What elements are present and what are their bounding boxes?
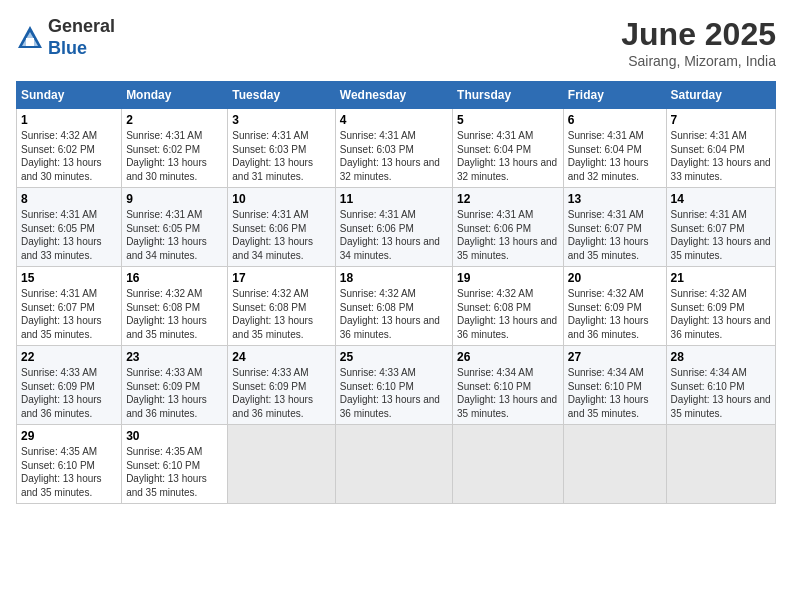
day-info: Sunrise: 4:34 AM Sunset: 6:10 PM Dayligh… bbox=[457, 366, 559, 420]
calendar-cell: 20 Sunrise: 4:32 AM Sunset: 6:09 PM Dayl… bbox=[563, 267, 666, 346]
day-info: Sunrise: 4:31 AM Sunset: 6:07 PM Dayligh… bbox=[671, 208, 771, 262]
day-number: 10 bbox=[232, 192, 330, 206]
subtitle: Sairang, Mizoram, India bbox=[621, 53, 776, 69]
calendar-cell bbox=[563, 425, 666, 504]
day-info: Sunrise: 4:34 AM Sunset: 6:10 PM Dayligh… bbox=[671, 366, 771, 420]
calendar-cell: 1 Sunrise: 4:32 AM Sunset: 6:02 PM Dayli… bbox=[17, 109, 122, 188]
calendar-cell bbox=[666, 425, 775, 504]
day-info: Sunrise: 4:32 AM Sunset: 6:08 PM Dayligh… bbox=[340, 287, 448, 341]
calendar-cell: 16 Sunrise: 4:32 AM Sunset: 6:08 PM Dayl… bbox=[122, 267, 228, 346]
day-info: Sunrise: 4:33 AM Sunset: 6:09 PM Dayligh… bbox=[232, 366, 330, 420]
day-number: 17 bbox=[232, 271, 330, 285]
calendar-cell: 2 Sunrise: 4:31 AM Sunset: 6:02 PM Dayli… bbox=[122, 109, 228, 188]
calendar-cell: 14 Sunrise: 4:31 AM Sunset: 6:07 PM Dayl… bbox=[666, 188, 775, 267]
day-number: 29 bbox=[21, 429, 117, 443]
day-number: 13 bbox=[568, 192, 662, 206]
day-number: 22 bbox=[21, 350, 117, 364]
day-info: Sunrise: 4:32 AM Sunset: 6:09 PM Dayligh… bbox=[671, 287, 771, 341]
day-number: 18 bbox=[340, 271, 448, 285]
calendar-cell: 12 Sunrise: 4:31 AM Sunset: 6:06 PM Dayl… bbox=[453, 188, 564, 267]
day-number: 2 bbox=[126, 113, 223, 127]
header-sunday: Sunday bbox=[17, 82, 122, 109]
calendar-cell bbox=[335, 425, 452, 504]
calendar-cell: 24 Sunrise: 4:33 AM Sunset: 6:09 PM Dayl… bbox=[228, 346, 335, 425]
day-number: 9 bbox=[126, 192, 223, 206]
title-block: June 2025 Sairang, Mizoram, India bbox=[621, 16, 776, 69]
calendar-cell: 18 Sunrise: 4:32 AM Sunset: 6:08 PM Dayl… bbox=[335, 267, 452, 346]
day-info: Sunrise: 4:31 AM Sunset: 6:03 PM Dayligh… bbox=[340, 129, 448, 183]
day-number: 6 bbox=[568, 113, 662, 127]
calendar-cell: 28 Sunrise: 4:34 AM Sunset: 6:10 PM Dayl… bbox=[666, 346, 775, 425]
calendar-cell: 21 Sunrise: 4:32 AM Sunset: 6:09 PM Dayl… bbox=[666, 267, 775, 346]
calendar-row: 8 Sunrise: 4:31 AM Sunset: 6:05 PM Dayli… bbox=[17, 188, 776, 267]
calendar-cell: 30 Sunrise: 4:35 AM Sunset: 6:10 PM Dayl… bbox=[122, 425, 228, 504]
day-info: Sunrise: 4:31 AM Sunset: 6:06 PM Dayligh… bbox=[340, 208, 448, 262]
day-info: Sunrise: 4:31 AM Sunset: 6:03 PM Dayligh… bbox=[232, 129, 330, 183]
day-info: Sunrise: 4:31 AM Sunset: 6:04 PM Dayligh… bbox=[568, 129, 662, 183]
calendar-cell: 23 Sunrise: 4:33 AM Sunset: 6:09 PM Dayl… bbox=[122, 346, 228, 425]
calendar-cell: 25 Sunrise: 4:33 AM Sunset: 6:10 PM Dayl… bbox=[335, 346, 452, 425]
day-number: 5 bbox=[457, 113, 559, 127]
day-number: 19 bbox=[457, 271, 559, 285]
day-info: Sunrise: 4:31 AM Sunset: 6:06 PM Dayligh… bbox=[232, 208, 330, 262]
header-monday: Monday bbox=[122, 82, 228, 109]
calendar-cell: 10 Sunrise: 4:31 AM Sunset: 6:06 PM Dayl… bbox=[228, 188, 335, 267]
calendar-table: SundayMondayTuesdayWednesdayThursdayFrid… bbox=[16, 81, 776, 504]
day-number: 23 bbox=[126, 350, 223, 364]
calendar-row: 1 Sunrise: 4:32 AM Sunset: 6:02 PM Dayli… bbox=[17, 109, 776, 188]
day-number: 16 bbox=[126, 271, 223, 285]
calendar-cell: 15 Sunrise: 4:31 AM Sunset: 6:07 PM Dayl… bbox=[17, 267, 122, 346]
day-number: 26 bbox=[457, 350, 559, 364]
page-header: General Blue June 2025 Sairang, Mizoram,… bbox=[16, 16, 776, 69]
day-number: 21 bbox=[671, 271, 771, 285]
day-info: Sunrise: 4:33 AM Sunset: 6:09 PM Dayligh… bbox=[21, 366, 117, 420]
day-info: Sunrise: 4:32 AM Sunset: 6:08 PM Dayligh… bbox=[126, 287, 223, 341]
day-number: 14 bbox=[671, 192, 771, 206]
day-info: Sunrise: 4:35 AM Sunset: 6:10 PM Dayligh… bbox=[126, 445, 223, 499]
calendar-cell: 8 Sunrise: 4:31 AM Sunset: 6:05 PM Dayli… bbox=[17, 188, 122, 267]
day-info: Sunrise: 4:32 AM Sunset: 6:02 PM Dayligh… bbox=[21, 129, 117, 183]
calendar-row: 22 Sunrise: 4:33 AM Sunset: 6:09 PM Dayl… bbox=[17, 346, 776, 425]
calendar-cell: 22 Sunrise: 4:33 AM Sunset: 6:09 PM Dayl… bbox=[17, 346, 122, 425]
day-number: 28 bbox=[671, 350, 771, 364]
logo: General Blue bbox=[16, 16, 115, 59]
calendar-header-row: SundayMondayTuesdayWednesdayThursdayFrid… bbox=[17, 82, 776, 109]
day-info: Sunrise: 4:31 AM Sunset: 6:05 PM Dayligh… bbox=[126, 208, 223, 262]
calendar-cell: 29 Sunrise: 4:35 AM Sunset: 6:10 PM Dayl… bbox=[17, 425, 122, 504]
day-number: 3 bbox=[232, 113, 330, 127]
calendar-cell: 5 Sunrise: 4:31 AM Sunset: 6:04 PM Dayli… bbox=[453, 109, 564, 188]
calendar-cell: 13 Sunrise: 4:31 AM Sunset: 6:07 PM Dayl… bbox=[563, 188, 666, 267]
day-number: 20 bbox=[568, 271, 662, 285]
header-tuesday: Tuesday bbox=[228, 82, 335, 109]
day-info: Sunrise: 4:31 AM Sunset: 6:05 PM Dayligh… bbox=[21, 208, 117, 262]
day-info: Sunrise: 4:34 AM Sunset: 6:10 PM Dayligh… bbox=[568, 366, 662, 420]
day-info: Sunrise: 4:33 AM Sunset: 6:09 PM Dayligh… bbox=[126, 366, 223, 420]
calendar-body: 1 Sunrise: 4:32 AM Sunset: 6:02 PM Dayli… bbox=[17, 109, 776, 504]
calendar-cell bbox=[228, 425, 335, 504]
day-info: Sunrise: 4:31 AM Sunset: 6:07 PM Dayligh… bbox=[21, 287, 117, 341]
day-number: 25 bbox=[340, 350, 448, 364]
calendar-cell: 3 Sunrise: 4:31 AM Sunset: 6:03 PM Dayli… bbox=[228, 109, 335, 188]
calendar-cell: 19 Sunrise: 4:32 AM Sunset: 6:08 PM Dayl… bbox=[453, 267, 564, 346]
calendar-cell: 26 Sunrise: 4:34 AM Sunset: 6:10 PM Dayl… bbox=[453, 346, 564, 425]
day-info: Sunrise: 4:31 AM Sunset: 6:04 PM Dayligh… bbox=[671, 129, 771, 183]
day-number: 4 bbox=[340, 113, 448, 127]
header-friday: Friday bbox=[563, 82, 666, 109]
calendar-row: 15 Sunrise: 4:31 AM Sunset: 6:07 PM Dayl… bbox=[17, 267, 776, 346]
logo-blue: Blue bbox=[48, 38, 87, 58]
day-info: Sunrise: 4:31 AM Sunset: 6:02 PM Dayligh… bbox=[126, 129, 223, 183]
day-info: Sunrise: 4:31 AM Sunset: 6:06 PM Dayligh… bbox=[457, 208, 559, 262]
calendar-cell: 4 Sunrise: 4:31 AM Sunset: 6:03 PM Dayli… bbox=[335, 109, 452, 188]
logo-icon bbox=[16, 24, 44, 52]
day-info: Sunrise: 4:32 AM Sunset: 6:08 PM Dayligh… bbox=[232, 287, 330, 341]
day-number: 8 bbox=[21, 192, 117, 206]
day-number: 11 bbox=[340, 192, 448, 206]
day-number: 27 bbox=[568, 350, 662, 364]
logo-general: General bbox=[48, 16, 115, 36]
day-info: Sunrise: 4:35 AM Sunset: 6:10 PM Dayligh… bbox=[21, 445, 117, 499]
calendar-cell: 27 Sunrise: 4:34 AM Sunset: 6:10 PM Dayl… bbox=[563, 346, 666, 425]
day-info: Sunrise: 4:32 AM Sunset: 6:09 PM Dayligh… bbox=[568, 287, 662, 341]
day-info: Sunrise: 4:33 AM Sunset: 6:10 PM Dayligh… bbox=[340, 366, 448, 420]
day-number: 24 bbox=[232, 350, 330, 364]
day-info: Sunrise: 4:31 AM Sunset: 6:07 PM Dayligh… bbox=[568, 208, 662, 262]
